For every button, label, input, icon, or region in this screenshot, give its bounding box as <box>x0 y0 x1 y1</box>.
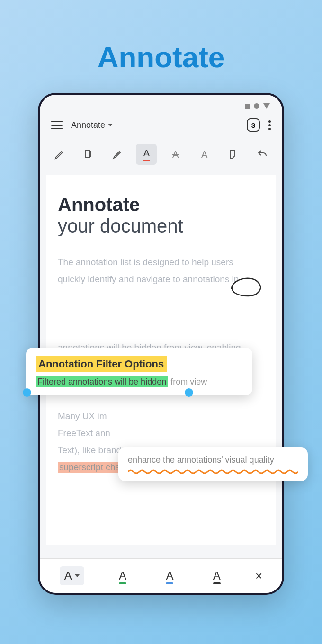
status-triangle-icon <box>263 103 270 109</box>
green-highlight: Filtered annotations will be hidden <box>36 376 168 387</box>
selection-handle-right[interactable] <box>185 388 193 397</box>
svg-rect-0 <box>85 151 90 157</box>
squiggle-underline-icon <box>128 469 298 474</box>
doc-title-light: your document <box>58 215 264 237</box>
annotation-toolbar: A A A <box>40 140 282 171</box>
tab-count-button[interactable]: 3 <box>247 118 260 132</box>
squiggle-text: enhance the annotations' visual quality <box>128 455 298 465</box>
doc-title-bold: Annotate <box>58 194 264 215</box>
shape-tool-icon[interactable] <box>223 144 244 165</box>
color-red-button[interactable]: A <box>60 566 84 585</box>
hero-title: Annotate <box>0 40 322 74</box>
strikethrough-tool-icon[interactable]: A <box>165 144 186 165</box>
selection-handle-left[interactable] <box>23 388 31 397</box>
freehand-scribble <box>224 270 267 303</box>
underline-tool-icon[interactable]: A <box>136 144 157 165</box>
squiggle-popup-card: enhance the annotations' visual quality <box>118 447 308 481</box>
status-circle-icon <box>254 103 259 109</box>
chevron-down-icon <box>75 574 80 577</box>
color-blue-button[interactable]: A <box>161 566 178 585</box>
close-button[interactable]: × <box>255 569 262 583</box>
status-square-icon <box>245 104 250 109</box>
hamburger-menu-icon[interactable] <box>51 121 63 129</box>
squiggle-tool-icon[interactable]: A <box>194 144 215 165</box>
color-dark-button[interactable]: A <box>208 566 225 585</box>
mode-label-text: Annotate <box>71 120 105 130</box>
highlighter-tool-icon[interactable] <box>107 144 128 165</box>
undo-icon[interactable] <box>252 144 273 165</box>
color-green-button[interactable]: A <box>114 566 131 585</box>
yellow-highlight: Annotation Filter Options <box>36 356 167 372</box>
more-options-icon[interactable] <box>268 120 271 130</box>
highlight-popup-card: Annotation Filter Options Filtered annot… <box>26 348 252 395</box>
note-tool-icon[interactable] <box>78 144 99 165</box>
mode-dropdown[interactable]: Annotate <box>71 120 113 130</box>
phone-frame: Annotate 3 A A A <box>38 93 284 595</box>
color-palette-toolbar: A A A A × <box>40 558 282 593</box>
status-icons <box>245 103 270 109</box>
app-header: Annotate 3 <box>40 95 282 140</box>
pen-tool-icon[interactable] <box>49 144 70 165</box>
chevron-down-icon <box>108 124 113 126</box>
